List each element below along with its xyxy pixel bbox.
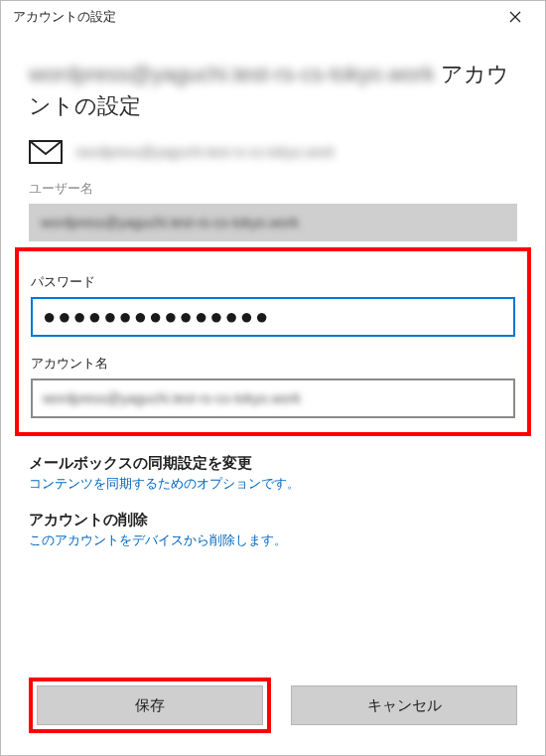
account-name-input[interactable]: wordpress@yaguchi.test-rs-cs-tokyo.work	[31, 378, 515, 418]
mail-row-email: wordpress@yaguchi.test-rs-cs-tokyo.work	[76, 144, 335, 160]
page-title: wordpress@yaguchi.test-rs-cs-tokyo.work …	[29, 59, 517, 122]
window-title: アカウントの設定	[13, 8, 116, 26]
sync-desc: コンテンツを同期するためのオプションです。	[29, 475, 517, 493]
password-input[interactable]: ●●●●●●●●●●●●●●●	[31, 297, 515, 337]
highlight-group-fields: パスワード ●●●●●●●●●●●●●●● アカウント名 wordpress@y…	[15, 247, 531, 436]
save-button-label: 保存	[135, 696, 165, 715]
username-value: wordpress@yaguchi.test-rs-cs-tokyo.work	[41, 215, 299, 230]
mail-icon	[29, 140, 63, 164]
account-name-label: アカウント名	[31, 355, 515, 373]
button-bar: 保存 キャンセル	[1, 660, 545, 755]
delete-desc: このアカウントをデバイスから削除します。	[29, 531, 517, 549]
username-label: ユーザー名	[29, 180, 517, 198]
cancel-button[interactable]: キャンセル	[291, 685, 517, 725]
password-label: パスワード	[31, 273, 515, 291]
close-button[interactable]	[495, 2, 535, 32]
mail-row: wordpress@yaguchi.test-rs-cs-tokyo.work	[29, 140, 517, 164]
highlight-save-wrap: 保存	[29, 678, 271, 733]
sync-section[interactable]: メールボックスの同期設定を変更 コンテンツを同期するためのオプションです。	[29, 454, 517, 493]
cancel-wrap: キャンセル	[291, 678, 517, 733]
content-area: wordpress@yaguchi.test-rs-cs-tokyo.work …	[1, 33, 545, 549]
sync-title: メールボックスの同期設定を変更	[29, 454, 517, 473]
username-field: wordpress@yaguchi.test-rs-cs-tokyo.work	[29, 204, 517, 241]
account-name-value: wordpress@yaguchi.test-rs-cs-tokyo.work	[43, 390, 301, 406]
heading-email: wordpress@yaguchi.test-rs-cs-tokyo.work	[29, 62, 435, 86]
close-icon	[509, 11, 521, 23]
password-value: ●●●●●●●●●●●●●●●	[43, 304, 270, 330]
titlebar: アカウントの設定	[1, 1, 545, 33]
delete-title: アカウントの削除	[29, 511, 517, 529]
cancel-button-label: キャンセル	[367, 696, 442, 715]
delete-section[interactable]: アカウントの削除 このアカウントをデバイスから削除します。	[29, 511, 517, 549]
save-button[interactable]: 保存	[37, 685, 263, 725]
